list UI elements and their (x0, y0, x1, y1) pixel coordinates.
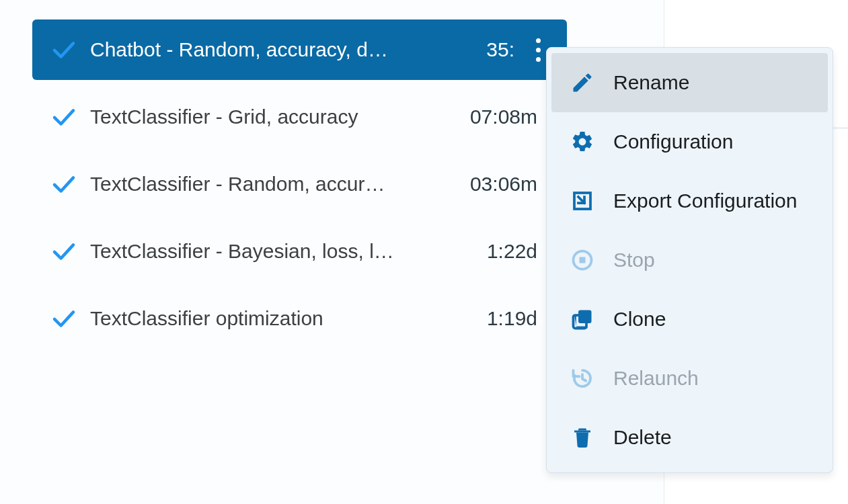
history-icon (570, 366, 613, 390)
svg-rect-2 (580, 257, 586, 263)
menu-label: Rename (613, 71, 689, 94)
list-item-time: 35: (446, 38, 527, 61)
context-menu: Rename Configuration Export Configuratio… (546, 47, 833, 473)
menu-item-configuration[interactable]: Configuration (551, 112, 828, 171)
menu-item-export-configuration[interactable]: Export Configuration (551, 171, 828, 230)
list-item[interactable]: TextClassifier - Random, accur… 03:06m (32, 154, 567, 214)
menu-item-delete[interactable]: Delete (551, 408, 828, 467)
menu-item-clone[interactable]: Clone (551, 290, 828, 349)
list-item-time: 1:22d (469, 240, 549, 263)
menu-item-stop: Stop (551, 230, 828, 290)
menu-label: Relaunch (613, 367, 699, 390)
check-icon (50, 237, 90, 265)
list-item-time: 03:06m (469, 173, 549, 196)
svg-rect-3 (578, 310, 592, 324)
menu-label: Stop (613, 249, 655, 271)
export-icon (570, 189, 613, 213)
menu-label: Delete (613, 426, 672, 449)
trash-icon (570, 425, 613, 450)
list-item-label: TextClassifier - Random, accur… (90, 173, 469, 196)
list-item-selected[interactable]: Chatbot - Random, accuracy, d… 35: (32, 19, 567, 80)
list-item-label: TextClassifier optimization (90, 307, 469, 330)
list-item[interactable]: TextClassifier - Bayesian, loss, l… 1:22… (32, 221, 567, 282)
list-item-time: 07:08m (469, 106, 549, 128)
list-item[interactable]: TextClassifier optimization 1:19d (32, 288, 567, 349)
check-icon (50, 304, 90, 333)
menu-item-rename[interactable]: Rename (551, 53, 828, 112)
check-icon (50, 36, 90, 64)
check-icon (50, 103, 90, 131)
list-item-time: 1:19d (469, 307, 549, 330)
list-item-label: TextClassifier - Grid, accuracy (90, 106, 469, 128)
menu-label: Clone (613, 308, 666, 331)
experiments-list: Chatbot - Random, accuracy, d… 35: TextC… (0, 0, 567, 349)
check-icon (50, 170, 90, 198)
menu-label: Export Configuration (613, 190, 798, 212)
list-item-label: TextClassifier - Bayesian, loss, l… (90, 240, 469, 263)
gear-icon (570, 130, 613, 154)
stop-icon (570, 248, 613, 272)
clone-icon (570, 307, 613, 331)
pencil-icon (570, 71, 613, 95)
list-item[interactable]: TextClassifier - Grid, accuracy 07:08m (32, 87, 567, 147)
menu-label: Configuration (613, 130, 733, 153)
menu-item-relaunch: Relaunch (551, 349, 828, 408)
list-item-label: Chatbot - Random, accuracy, d… (90, 38, 446, 61)
